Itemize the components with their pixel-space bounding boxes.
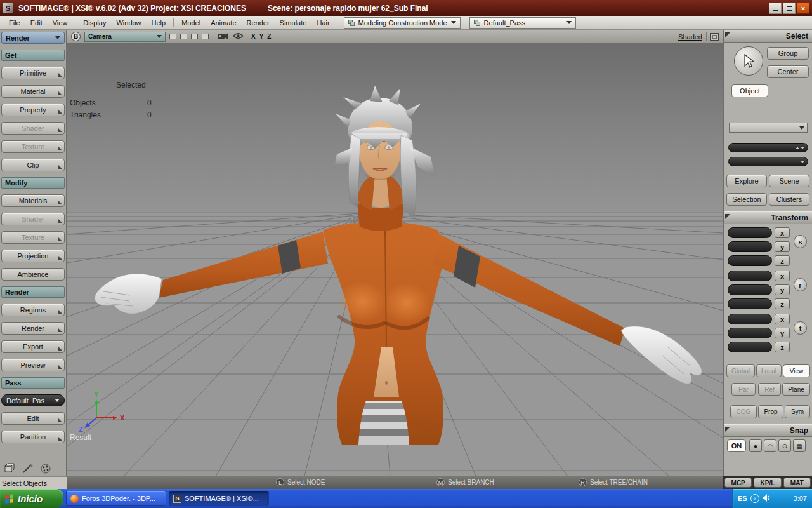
get-primitive-button[interactable]: Primitive (1, 67, 65, 79)
close-button[interactable]: × (797, 3, 809, 14)
modify-projection-button[interactable]: Projection (1, 250, 65, 262)
tray-collapse-icon[interactable]: « (750, 494, 759, 503)
section-get[interactable]: Get (1, 50, 65, 61)
scale-x-field[interactable] (728, 227, 772, 238)
menu-render[interactable]: Render (242, 17, 275, 29)
start-button[interactable]: Inicio (0, 489, 63, 508)
viewport-memo-2[interactable] (180, 34, 187, 39)
display-mode-dropdown[interactable]: Shaded (678, 33, 702, 41)
snap-center-icon[interactable]: ⊙ (778, 439, 791, 452)
translate-mode-button[interactable]: t (794, 321, 807, 335)
select-section-header[interactable]: Select (724, 30, 812, 43)
menu-simulate[interactable]: Simulate (275, 17, 312, 29)
rotate-x-field[interactable] (728, 271, 772, 281)
scale-y-field[interactable] (728, 241, 772, 252)
minimize-button[interactable] (769, 3, 782, 14)
cluster-icon[interactable] (39, 462, 53, 475)
eye-icon[interactable] (233, 32, 244, 41)
modify-materials-button[interactable]: Materials (1, 194, 65, 207)
get-property-button[interactable]: Property (1, 104, 65, 116)
center-button[interactable]: Center (767, 65, 809, 78)
menu-model[interactable]: Model (176, 17, 206, 29)
modify-texture-button[interactable]: Texture (1, 231, 65, 244)
ref-mode-button[interactable]: Ref (758, 383, 781, 396)
transform-section-header[interactable]: Transform (724, 211, 812, 224)
axis-z-toggle[interactable]: Z (267, 33, 272, 40)
get-material-button[interactable]: Material (1, 85, 65, 98)
scale-x-button[interactable]: x (775, 227, 790, 238)
render-render-button[interactable]: Render (1, 322, 65, 335)
viewport-memo-3[interactable] (191, 34, 198, 39)
view-mode-button[interactable]: View (783, 364, 810, 377)
selection-button[interactable]: Selection (726, 193, 767, 206)
menu-help[interactable]: Help (147, 17, 171, 29)
snap-section-header[interactable]: Snap (724, 424, 812, 437)
plane-mode-button[interactable]: Plane (782, 383, 810, 396)
snap-curve-icon[interactable]: ◠ (764, 439, 776, 452)
global-mode-button[interactable]: Global (726, 364, 755, 377)
snap-point-icon[interactable]: ● (749, 439, 762, 452)
translate-y-field[interactable] (728, 328, 772, 338)
rotate-y-field[interactable] (728, 284, 772, 295)
sym-button[interactable]: Sym (785, 405, 810, 418)
axis-x-toggle[interactable]: X (251, 33, 256, 40)
scale-y-button[interactable]: y (775, 241, 790, 252)
translate-z-field[interactable] (728, 342, 772, 352)
scale-z-button[interactable]: z (775, 255, 790, 266)
section-render[interactable]: Render (1, 286, 65, 298)
render-preview-button[interactable]: Preview (1, 359, 65, 371)
tag-points-icon[interactable] (21, 462, 35, 475)
object-filter-button[interactable]: Object (731, 84, 768, 97)
section-modify[interactable]: Modify (1, 177, 65, 189)
snap-on-button[interactable]: ON (727, 439, 746, 452)
task-xsi[interactable]: S SOFTIMAGE® | XSI®... (169, 491, 269, 506)
select-tool-button[interactable] (734, 46, 763, 76)
viewport-letter-button[interactable]: B (71, 32, 81, 41)
pass-edit-button[interactable]: Edit (1, 412, 65, 425)
selection-slider-1[interactable] (728, 143, 808, 152)
par-mode-button[interactable]: Par (731, 383, 756, 396)
menu-edit[interactable]: Edit (25, 17, 48, 29)
get-texture-button[interactable]: Texture (1, 140, 65, 153)
pass-dropdown[interactable]: Default_Pass (469, 17, 576, 29)
translate-x-field[interactable] (728, 314, 772, 324)
translate-y-button[interactable]: y (775, 328, 790, 338)
render-regions-button[interactable]: Regions (1, 304, 65, 316)
select-object-icon[interactable] (3, 462, 17, 475)
rotate-y-button[interactable]: y (775, 284, 790, 295)
modify-shader-button[interactable]: Shader (1, 213, 65, 225)
rotate-z-field[interactable] (728, 298, 772, 309)
rotate-z-button[interactable]: z (775, 298, 790, 309)
viewport-memo-4[interactable] (202, 34, 209, 39)
rotate-x-button[interactable]: x (775, 271, 790, 281)
camera-icon[interactable] (218, 32, 229, 41)
axis-y-toggle[interactable]: Y (259, 33, 265, 40)
render-export-button[interactable]: Export (1, 340, 65, 353)
clusters-button[interactable]: Clusters (769, 193, 809, 206)
section-pass[interactable]: Pass (1, 377, 65, 389)
language-indicator[interactable]: ES (738, 495, 747, 502)
translate-x-button[interactable]: x (775, 314, 790, 324)
cog-button[interactable]: COG (730, 405, 757, 418)
selection-slider-2[interactable] (728, 157, 808, 166)
restore-button[interactable] (783, 3, 796, 14)
snap-grid-icon[interactable]: ▦ (793, 439, 806, 452)
scale-z-field[interactable] (728, 255, 772, 266)
filter-dropdown[interactable] (729, 123, 808, 133)
menu-view[interactable]: View (48, 17, 73, 29)
scale-mode-button[interactable]: s (794, 235, 807, 248)
viewport-b[interactable]: Y X Z Selected Objects 0 Triangles 0 Res… (67, 44, 723, 476)
get-shader-button[interactable]: Shader (1, 122, 65, 135)
group-button[interactable]: Group (767, 47, 809, 60)
construction-mode-dropdown[interactable]: Modeling Construction Mode (344, 17, 461, 29)
toolbar-mode-dropdown[interactable]: Render (1, 32, 65, 44)
get-clip-button[interactable]: Clip (1, 159, 65, 171)
menu-hair[interactable]: Hair (311, 17, 334, 29)
kpl-button[interactable]: KP/L (754, 478, 781, 488)
pass-partition-button[interactable]: Partition (1, 431, 65, 443)
viewport-memo-1[interactable] (169, 34, 176, 39)
scene-button[interactable]: Scene (769, 175, 809, 187)
taskbar-clock[interactable]: 3:07 (794, 495, 807, 502)
viewport-resize-icon[interactable] (710, 33, 719, 41)
prop-button[interactable]: Prop (758, 405, 783, 418)
